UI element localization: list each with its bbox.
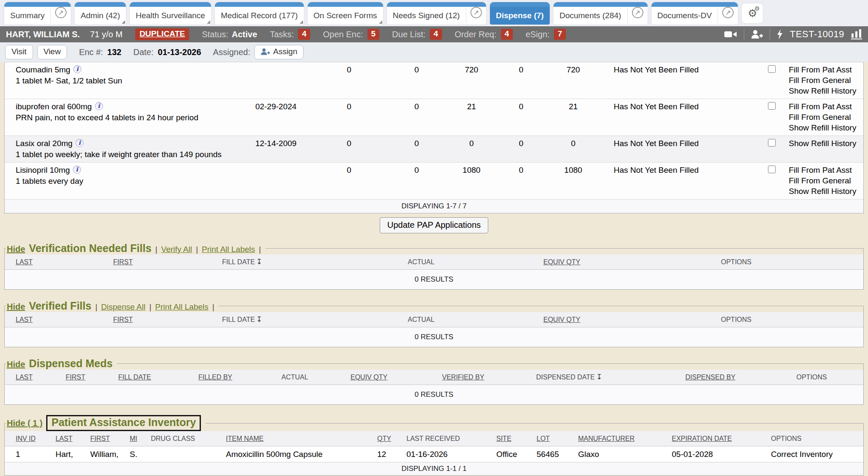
tab-documents-dv[interactable]: Documents-DV ↗ bbox=[651, 2, 738, 25]
option-fill-from-pat-asst[interactable]: Fill From Pat Asst bbox=[789, 101, 863, 112]
column-header-equiv-qty[interactable]: EQUIV QTY bbox=[532, 316, 710, 324]
medication-name[interactable]: Lasix oral 20mgi bbox=[16, 138, 242, 149]
dispense-all-link[interactable]: Dispense All bbox=[101, 302, 146, 312]
info-icon[interactable]: i bbox=[75, 139, 83, 147]
tab-medical-record[interactable]: Medical Record (177) bbox=[215, 2, 304, 25]
column-header-item-name[interactable]: ITEM NAME bbox=[215, 435, 366, 443]
external-link-icon[interactable]: ↗ bbox=[470, 7, 482, 18]
option-fill-from-general[interactable]: Fill From General bbox=[789, 175, 863, 186]
option-show-refill-history[interactable]: Show Refill History bbox=[789, 86, 863, 96]
column-header-first[interactable]: FIRST bbox=[102, 258, 211, 266]
column-header-fill-date[interactable]: FILL DATE↧ bbox=[211, 315, 397, 324]
qty-cell: 0 bbox=[498, 138, 544, 149]
medication-sig: 1 tablet po weekly; take if weight great… bbox=[16, 149, 242, 160]
column-header-first[interactable]: FIRST bbox=[102, 316, 211, 324]
column-header-last[interactable]: LAST bbox=[5, 258, 102, 266]
view-button[interactable]: View bbox=[37, 45, 67, 59]
verify-all-link[interactable]: Verify All bbox=[161, 245, 192, 254]
tab-documents[interactable]: Documents (284) ↗ bbox=[554, 2, 648, 25]
tab-summary[interactable]: Summary ↗ bbox=[4, 2, 71, 25]
row-checkbox[interactable] bbox=[768, 166, 776, 173]
column-header-dispensed-by[interactable]: DISPENSED BY bbox=[674, 374, 785, 381]
column-header-site[interactable]: SITE bbox=[485, 435, 526, 443]
separator: | bbox=[155, 245, 157, 254]
order-req-badge[interactable]: 4 bbox=[501, 29, 513, 40]
medication-name[interactable]: Coumadin 5mgi bbox=[16, 64, 242, 75]
bar-chart-icon[interactable] bbox=[851, 29, 862, 39]
column-header-last[interactable]: LAST bbox=[5, 374, 55, 381]
medication-row: ibuprofen oral 600mgi PRN pain, not to e… bbox=[5, 99, 863, 136]
qty-cell: 21 bbox=[544, 101, 602, 112]
external-link-icon[interactable]: ↗ bbox=[632, 7, 643, 18]
medication-name[interactable]: Lisinopril 10mgi bbox=[16, 165, 242, 175]
esign-badge[interactable]: 7 bbox=[554, 29, 566, 40]
column-header-last[interactable]: LAST bbox=[5, 316, 102, 324]
column-header-first[interactable]: FIRST bbox=[55, 374, 107, 381]
column-header-mi[interactable]: MI bbox=[119, 435, 140, 443]
option-fill-from-general[interactable]: Fill From General bbox=[789, 112, 863, 122]
info-icon[interactable]: i bbox=[73, 65, 81, 73]
sort-descending-icon: ↧ bbox=[256, 315, 262, 324]
info-icon[interactable]: i bbox=[95, 102, 103, 110]
column-header-fill-date[interactable]: FILL DATE bbox=[107, 374, 187, 381]
column-header-fill-date[interactable]: FILL DATE↧ bbox=[211, 257, 397, 266]
status-label: Status: bbox=[202, 30, 228, 39]
duplicate-badge[interactable]: DUPLICATE bbox=[135, 28, 189, 40]
column-header-last[interactable]: LAST bbox=[45, 435, 79, 443]
medication-name[interactable]: ibuprofen oral 600mgi bbox=[16, 101, 242, 112]
column-header-options: OPTIONS bbox=[710, 258, 863, 266]
option-fill-from-pat-asst[interactable]: Fill From Pat Asst bbox=[789, 165, 863, 175]
tab-divider bbox=[466, 8, 466, 23]
lightning-bolt-icon[interactable] bbox=[777, 29, 783, 39]
add-person-icon[interactable] bbox=[751, 30, 763, 39]
column-header-manufacturer[interactable]: MANUFACTURER bbox=[567, 435, 661, 443]
option-show-refill-history[interactable]: Show Refill History bbox=[789, 186, 863, 196]
column-header-inv-id[interactable]: INV ID bbox=[5, 435, 45, 443]
column-header-first[interactable]: FIRST bbox=[79, 435, 119, 443]
row-checkbox[interactable] bbox=[768, 139, 776, 147]
tab-on-screen-forms[interactable]: On Screen Forms bbox=[308, 2, 383, 25]
hide-link[interactable]: Hide bbox=[7, 302, 25, 312]
info-icon[interactable]: i bbox=[73, 166, 81, 174]
external-link-icon[interactable]: ↗ bbox=[55, 7, 67, 18]
column-header-equiv-qty[interactable]: EQUIV QTY bbox=[532, 258, 710, 266]
tab-health-surveillance[interactable]: Health Surveillance bbox=[130, 2, 211, 25]
hide-link[interactable]: Hide bbox=[7, 244, 25, 254]
separator: | bbox=[95, 302, 97, 312]
assign-button[interactable]: Assign bbox=[254, 45, 303, 59]
row-checkbox[interactable] bbox=[768, 65, 776, 73]
print-all-labels-link[interactable]: Print All Labels bbox=[155, 302, 209, 312]
hide-link[interactable]: Hide ( 1 ) bbox=[7, 418, 42, 428]
option-show-refill-history[interactable]: Show Refill History bbox=[789, 138, 863, 149]
tasks-badge[interactable]: 4 bbox=[298, 29, 310, 40]
column-header-row: LAST FIRST FILL DATE FILLED BY ACTUAL EQ… bbox=[5, 370, 863, 385]
update-pap-applications-button[interactable]: Update PAP Applications bbox=[380, 217, 489, 233]
row-checkbox[interactable] bbox=[768, 102, 776, 110]
column-header-verified-by[interactable]: VERIFIED BY bbox=[431, 374, 525, 381]
open-enc-badge[interactable]: 5 bbox=[367, 29, 380, 40]
external-link-icon[interactable]: ↗ bbox=[722, 7, 734, 18]
correct-inventory-action[interactable]: Correct Inventory bbox=[760, 450, 863, 459]
assigned-label: Assigned: bbox=[213, 47, 250, 57]
tab-dispense[interactable]: Dispense (7) bbox=[490, 2, 550, 25]
due-list-badge[interactable]: 4 bbox=[430, 29, 442, 40]
tab-admin[interactable]: Admin (42) bbox=[75, 2, 126, 25]
section-title-focused: Patient Assistance Inventory bbox=[46, 415, 201, 431]
hide-link[interactable]: Hide bbox=[7, 360, 25, 369]
print-all-labels-link[interactable]: Print All Labels bbox=[202, 245, 255, 254]
column-header-expiration-date[interactable]: EXPIRATION DATE bbox=[661, 435, 760, 443]
separator bbox=[744, 29, 744, 40]
column-header-filled-by[interactable]: FILLED BY bbox=[187, 374, 270, 381]
tab-cap bbox=[75, 2, 126, 7]
option-fill-from-general[interactable]: Fill From General bbox=[789, 75, 863, 86]
video-camera-icon[interactable] bbox=[724, 30, 737, 39]
tab-needs-signed[interactable]: Needs Signed (12) ↗ bbox=[387, 2, 486, 25]
column-header-dispensed-date[interactable]: DISPENSED DATE↧ bbox=[525, 373, 674, 382]
settings-button[interactable]: ⚙ ⚙ bbox=[742, 3, 763, 23]
option-fill-from-pat-asst[interactable]: Fill From Pat Asst bbox=[789, 64, 863, 75]
visit-button[interactable]: Visit bbox=[5, 45, 33, 59]
option-show-refill-history[interactable]: Show Refill History bbox=[789, 122, 863, 133]
column-header-lot[interactable]: LOT bbox=[526, 435, 567, 443]
column-header-qty[interactable]: QTY bbox=[366, 435, 395, 443]
column-header-equiv-qty[interactable]: EQUIV QTY bbox=[339, 374, 431, 381]
